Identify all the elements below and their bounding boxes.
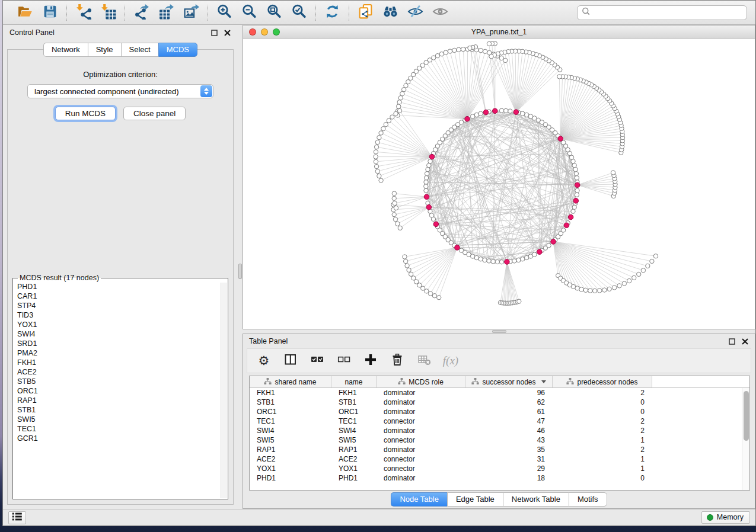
cell-predecessor-nodes[interactable]: 1 xyxy=(553,464,652,473)
table-row[interactable]: TEC1TEC1connector472 xyxy=(250,416,749,426)
cell-predecessor-nodes[interactable]: 2 xyxy=(553,389,652,397)
cell-successor-nodes[interactable]: 96 xyxy=(465,389,553,397)
cell-name[interactable]: FKH1 xyxy=(331,389,377,397)
cell-mcds-role[interactable]: connector xyxy=(377,417,465,425)
table-row[interactable]: FKH1FKH1dominator962 xyxy=(250,388,749,398)
cell-mcds-role[interactable]: connector xyxy=(377,464,465,473)
minimize-window-icon[interactable] xyxy=(261,28,268,36)
hide-graphics-details-button[interactable] xyxy=(407,5,423,21)
mcds-result-item[interactable]: STB1 xyxy=(17,405,228,415)
table-row[interactable]: STB1STB1dominator620 xyxy=(250,398,749,407)
mcds-result-item[interactable]: PMA2 xyxy=(17,348,228,358)
tab-network[interactable]: Network xyxy=(43,43,88,57)
table-scrollbar[interactable] xyxy=(742,388,749,490)
show-graphics-details-button[interactable] xyxy=(432,5,448,21)
delete-columns-button[interactable] xyxy=(390,354,404,368)
table-row[interactable]: RAP1RAP1dominator352 xyxy=(250,445,749,454)
mcds-result-item[interactable]: SWI4 xyxy=(17,329,228,339)
mcds-result-item[interactable]: ORC1 xyxy=(17,386,228,396)
mcds-result-scrollbar[interactable] xyxy=(221,283,227,498)
cell-shared-name[interactable]: TEC1 xyxy=(250,417,331,425)
function-builder-button[interactable]: f(x) xyxy=(444,354,458,368)
cell-shared-name[interactable]: ACE2 xyxy=(250,455,331,463)
open-session-button[interactable] xyxy=(17,5,33,21)
import-network-button[interactable] xyxy=(75,5,91,21)
cell-predecessor-nodes[interactable]: 0 xyxy=(553,408,652,416)
cell-mcds-role[interactable]: connector xyxy=(377,436,465,444)
cell-mcds-role[interactable]: connector xyxy=(377,455,465,463)
cell-shared-name[interactable]: SWI5 xyxy=(250,436,331,444)
column-header-mcds-role[interactable]: MCDS role xyxy=(377,376,465,387)
tab-edge-table[interactable]: Edge Table xyxy=(447,492,503,507)
delete-table-button[interactable] xyxy=(417,354,431,368)
close-table-panel-icon[interactable] xyxy=(741,338,749,345)
close-panel-button[interactable]: Close panel xyxy=(123,107,186,120)
mcds-result-item[interactable]: STP4 xyxy=(17,301,228,310)
table-scrollbar-thumb[interactable] xyxy=(744,391,749,441)
cell-name[interactable]: PHD1 xyxy=(331,474,377,482)
cell-mcds-role[interactable]: dominator xyxy=(377,389,465,397)
cell-shared-name[interactable]: YOX1 xyxy=(250,464,331,473)
close-window-icon[interactable] xyxy=(249,28,256,36)
table-row[interactable]: YOX1YOX1connector291 xyxy=(250,464,749,473)
float-table-panel-icon[interactable] xyxy=(728,338,736,345)
export-image-button[interactable] xyxy=(183,5,199,21)
mcds-result-item[interactable]: SRD1 xyxy=(17,339,228,348)
export-network-button[interactable] xyxy=(133,5,149,21)
search-box[interactable] xyxy=(577,5,747,20)
cell-shared-name[interactable]: SWI4 xyxy=(250,427,331,435)
cell-name[interactable]: YOX1 xyxy=(331,464,377,473)
cell-successor-nodes[interactable]: 62 xyxy=(465,398,553,406)
mcds-result-item[interactable]: YOX1 xyxy=(17,320,228,329)
task-history-button[interactable] xyxy=(8,511,26,524)
cell-shared-name[interactable]: ORC1 xyxy=(250,408,331,416)
table-row[interactable]: ORC1ORC1dominator610 xyxy=(250,407,749,416)
column-header-successor-nodes[interactable]: successor nodes xyxy=(465,376,553,387)
import-table-button[interactable] xyxy=(100,5,116,21)
mcds-result-item[interactable]: SWI5 xyxy=(17,415,228,424)
column-header-predecessor-nodes[interactable]: predecessor nodes xyxy=(553,376,652,387)
select-all-button[interactable] xyxy=(310,354,324,368)
mcds-result-item[interactable]: PHD1 xyxy=(17,282,228,291)
cell-name[interactable]: SWI4 xyxy=(331,427,377,435)
add-column-button[interactable] xyxy=(363,354,378,368)
mcds-result-item[interactable]: CAR1 xyxy=(17,291,228,301)
cell-successor-nodes[interactable]: 31 xyxy=(465,455,553,463)
float-panel-icon[interactable] xyxy=(210,29,218,37)
mcds-result-item[interactable]: ACE2 xyxy=(17,367,228,377)
maximize-window-icon[interactable] xyxy=(273,28,280,36)
cell-name[interactable]: ACE2 xyxy=(331,455,377,463)
search-input[interactable] xyxy=(592,8,742,17)
tab-style[interactable]: Style xyxy=(88,43,121,57)
cell-predecessor-nodes[interactable]: 2 xyxy=(553,446,652,454)
cell-predecessor-nodes[interactable]: 0 xyxy=(553,474,652,482)
cell-successor-nodes[interactable]: 46 xyxy=(465,427,553,435)
cell-successor-nodes[interactable]: 47 xyxy=(465,417,553,425)
vertical-splitter[interactable] xyxy=(238,25,243,509)
tab-network-table[interactable]: Network Table xyxy=(503,492,569,507)
cell-successor-nodes[interactable]: 43 xyxy=(465,436,553,444)
first-neighbors-button[interactable] xyxy=(382,5,398,21)
table-row[interactable]: SWI5SWI5connector431 xyxy=(250,435,749,445)
mcds-result-item[interactable]: GCR1 xyxy=(17,434,228,443)
settings-gear-button[interactable]: ⚙ xyxy=(257,354,271,368)
clone-network-button[interactable] xyxy=(358,5,374,21)
deselect-all-button[interactable] xyxy=(337,354,351,368)
cell-successor-nodes[interactable]: 35 xyxy=(465,446,553,454)
show-columns-button[interactable] xyxy=(283,354,298,368)
cell-predecessor-nodes[interactable]: 1 xyxy=(553,455,652,463)
cell-mcds-role[interactable]: dominator xyxy=(377,408,465,416)
cell-name[interactable]: STB1 xyxy=(331,398,377,406)
zoom-fit-button[interactable] xyxy=(266,5,282,21)
cell-name[interactable]: ORC1 xyxy=(331,408,377,416)
tab-select[interactable]: Select xyxy=(121,43,158,57)
tab-mcds[interactable]: MCDS xyxy=(158,43,197,57)
cell-successor-nodes[interactable]: 18 xyxy=(465,474,553,482)
table-row[interactable]: SWI4SWI4dominator462 xyxy=(250,426,749,435)
mcds-result-item[interactable]: RAP1 xyxy=(17,396,228,405)
cell-name[interactable]: SWI5 xyxy=(331,436,377,444)
mcds-result-item[interactable]: STB5 xyxy=(17,377,228,386)
cell-shared-name[interactable]: PHD1 xyxy=(250,474,331,482)
horizontal-splitter[interactable] xyxy=(243,329,755,334)
cell-shared-name[interactable]: STB1 xyxy=(250,398,331,406)
